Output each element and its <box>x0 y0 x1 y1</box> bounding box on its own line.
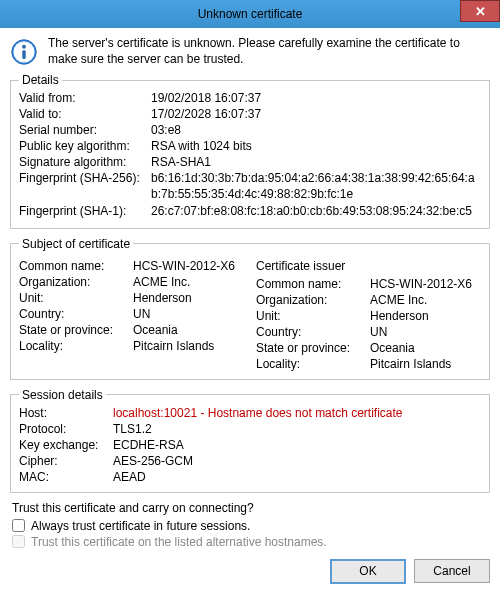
host-label: Host: <box>19 406 109 420</box>
fp256-label: Fingerprint (SHA-256): <box>19 171 147 202</box>
s-org-value: ACME Inc. <box>133 275 244 289</box>
session-legend: Session details <box>19 388 106 402</box>
close-icon: ✕ <box>475 4 486 19</box>
s-cn-value: HCS-WIN-2012-X6 <box>133 259 244 273</box>
keyexchange-value: ECDHE-RSA <box>113 438 481 452</box>
host-value: localhost:10021 - Hostname does not matc… <box>113 406 481 420</box>
i-country-label: Country: <box>256 325 366 339</box>
mac-label: MAC: <box>19 470 109 484</box>
s-state-label: State or province: <box>19 323 129 337</box>
subject-issuer-group: Subject of certificate Common name: HCS-… <box>10 237 490 380</box>
s-country-label: Country: <box>19 307 129 321</box>
dialog-content: The server's certificate is unknown. Ple… <box>0 28 500 594</box>
sigalg-label: Signature algorithm: <box>19 155 147 169</box>
window-title: Unknown certificate <box>198 7 303 21</box>
valid-to-value: 17/02/2028 16:07:37 <box>151 107 481 121</box>
s-locality-value: Pitcairn Islands <box>133 339 244 353</box>
pubkey-label: Public key algorithm: <box>19 139 147 153</box>
alt-trust-row: Trust this certificate on the listed alt… <box>12 535 490 549</box>
serial-label: Serial number: <box>19 123 147 137</box>
serial-value: 03:e8 <box>151 123 481 137</box>
i-locality-label: Locality: <box>256 357 366 371</box>
i-cn-value: HCS-WIN-2012-X6 <box>370 277 481 291</box>
protocol-label: Protocol: <box>19 422 109 436</box>
protocol-value: TLS1.2 <box>113 422 481 436</box>
close-button[interactable]: ✕ <box>460 0 500 22</box>
fp1-value: 26:c7:07:bf:e8:08:fc:18:a0:b0:cb:6b:49:5… <box>151 204 481 220</box>
valid-from-value: 19/02/2018 16:07:37 <box>151 91 481 105</box>
valid-from-label: Valid from: <box>19 91 147 105</box>
s-state-value: Oceania <box>133 323 244 337</box>
mac-value: AEAD <box>113 470 481 484</box>
cancel-button[interactable]: Cancel <box>414 559 490 583</box>
i-state-value: Oceania <box>370 341 481 355</box>
details-group: Details Valid from: 19/02/2018 16:07:37 … <box>10 73 490 229</box>
always-trust-checkbox[interactable] <box>12 519 25 532</box>
valid-to-label: Valid to: <box>19 107 147 121</box>
s-org-label: Organization: <box>19 275 129 289</box>
session-group: Session details Host: localhost:10021 - … <box>10 388 490 493</box>
info-icon <box>10 38 38 66</box>
svg-rect-3 <box>22 50 26 59</box>
i-country-value: UN <box>370 325 481 339</box>
i-unit-value: Henderson <box>370 309 481 323</box>
s-unit-value: Henderson <box>133 291 244 305</box>
cipher-label: Cipher: <box>19 454 109 468</box>
i-org-label: Organization: <box>256 293 366 307</box>
issuer-legend: Certificate issuer <box>256 259 481 273</box>
always-trust-label: Always trust certificate in future sessi… <box>31 519 250 533</box>
pubkey-value: RSA with 1024 bits <box>151 139 481 153</box>
subject-legend: Subject of certificate <box>19 237 133 251</box>
sigalg-value: RSA-SHA1 <box>151 155 481 169</box>
warning-message: The server's certificate is unknown. Ple… <box>48 36 490 67</box>
fp1-label: Fingerprint (SHA-1): <box>19 204 147 220</box>
keyexchange-label: Key exchange: <box>19 438 109 452</box>
i-cn-label: Common name: <box>256 277 366 291</box>
s-country-value: UN <box>133 307 244 321</box>
i-unit-label: Unit: <box>256 309 366 323</box>
i-state-label: State or province: <box>256 341 366 355</box>
fp256-value: b6:16:1d:30:3b:7b:da:95:04:a2:66:a4:38:1… <box>151 171 481 202</box>
cipher-value: AES-256-GCM <box>113 454 481 468</box>
s-locality-label: Locality: <box>19 339 129 353</box>
i-locality-value: Pitcairn Islands <box>370 357 481 371</box>
trust-question: Trust this certificate and carry on conn… <box>12 501 490 515</box>
always-trust-row[interactable]: Always trust certificate in future sessi… <box>12 519 490 533</box>
alt-trust-checkbox <box>12 535 25 548</box>
s-cn-label: Common name: <box>19 259 129 273</box>
i-org-value: ACME Inc. <box>370 293 481 307</box>
alt-trust-label: Trust this certificate on the listed alt… <box>31 535 327 549</box>
details-legend: Details <box>19 73 62 87</box>
ok-button[interactable]: OK <box>330 559 406 584</box>
svg-point-2 <box>22 45 26 49</box>
title-bar: Unknown certificate ✕ <box>0 0 500 28</box>
s-unit-label: Unit: <box>19 291 129 305</box>
